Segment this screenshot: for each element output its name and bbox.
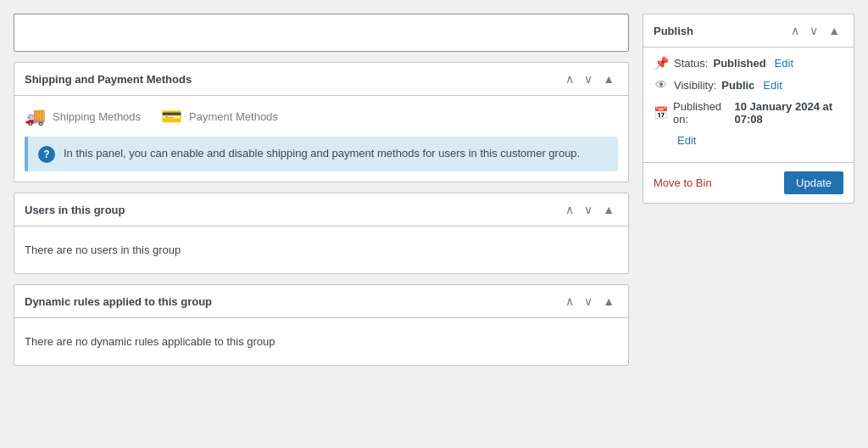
users-header: Users in this group ∧ ∨ ▲ — [14, 193, 628, 227]
publish-header: Publish ∧ ∨ ▲ — [643, 14, 854, 48]
shipping-payment-collapse-btn[interactable]: ▲ — [599, 71, 618, 87]
info-text: In this panel, you can enable and disabl… — [64, 145, 580, 162]
payment-methods-item[interactable]: 💳 Payment Methods — [161, 106, 278, 126]
published-edit-row: Edit — [674, 134, 843, 147]
visibility-edit-link[interactable]: Edit — [763, 79, 782, 92]
status-row: 📌 Status: Published Edit — [654, 56, 843, 70]
visibility-value: Public — [721, 79, 754, 92]
payment-methods-label: Payment Methods — [189, 110, 278, 123]
eye-icon: 👁 — [654, 78, 669, 92]
methods-grid: 🚚 Shipping Methods 💳 Payment Methods — [25, 106, 618, 126]
publish-title: Publish — [654, 25, 693, 37]
users-controls: ∧ ∨ ▲ — [562, 202, 618, 217]
shipping-payment-controls: ∧ ∨ ▲ — [562, 71, 618, 87]
dynamic-rules-panel: Dynamic rules applied to this group ∧ ∨ … — [14, 284, 629, 366]
dynamic-rules-header: Dynamic rules applied to this group ∧ ∨ … — [14, 285, 628, 318]
info-box: ? In this panel, you can enable and disa… — [25, 137, 618, 171]
post-title-input[interactable]: Dummy — [14, 14, 629, 52]
users-up-btn[interactable]: ∧ — [562, 202, 577, 217]
published-edit-link[interactable]: Edit — [677, 134, 696, 147]
shipping-methods-item[interactable]: 🚚 Shipping Methods — [25, 106, 141, 126]
publish-panel: Publish ∧ ∨ ▲ 📌 Status: Published Edit 👁 — [643, 14, 854, 204]
users-panel: Users in this group ∧ ∨ ▲ There are no u… — [14, 193, 629, 274]
visibility-row: 👁 Visibility: Public Edit — [654, 78, 843, 92]
shipping-payment-title: Shipping and Payment Methods — [25, 73, 192, 86]
shipping-payment-panel: Shipping and Payment Methods ∧ ∨ ▲ 🚚 Shi… — [14, 62, 629, 182]
published-label: Published on: — [673, 100, 729, 126]
status-label: Status: — [674, 57, 708, 70]
visibility-label: Visibility: — [674, 79, 716, 92]
update-button[interactable]: Update — [784, 171, 843, 194]
pin-icon: 📌 — [654, 56, 669, 70]
published-row: 📅 Published on: 10 January 2024 at 07:08 — [654, 100, 843, 126]
move-to-bin-link[interactable]: Move to Bin — [654, 176, 712, 189]
users-collapse-btn[interactable]: ▲ — [599, 202, 618, 217]
info-icon: ? — [38, 146, 55, 163]
dynamic-rules-down-btn[interactable]: ∨ — [581, 294, 596, 309]
users-empty-text: There are no users in this group — [25, 237, 618, 263]
users-body: There are no users in this group — [14, 227, 628, 273]
published-value: 10 January 2024 at 07:08 — [734, 100, 843, 126]
publish-body: 📌 Status: Published Edit 👁 Visibility: P… — [643, 48, 854, 155]
sidebar: Publish ∧ ∨ ▲ 📌 Status: Published Edit 👁 — [643, 14, 854, 434]
publish-down-btn[interactable]: ∨ — [806, 23, 821, 38]
shipping-payment-down-btn[interactable]: ∨ — [581, 71, 596, 87]
publish-footer: Move to Bin Update — [643, 162, 854, 203]
credit-card-icon: 💳 — [161, 106, 182, 126]
shipping-payment-up-btn[interactable]: ∧ — [562, 71, 577, 87]
shipping-payment-body: 🚚 Shipping Methods 💳 Payment Methods ? I… — [14, 96, 628, 182]
status-edit-link[interactable]: Edit — [775, 57, 793, 70]
shipping-methods-label: Shipping Methods — [53, 110, 141, 123]
dynamic-rules-up-btn[interactable]: ∧ — [562, 294, 577, 309]
shipping-payment-header: Shipping and Payment Methods ∧ ∨ ▲ — [14, 63, 628, 96]
status-value: Published — [713, 57, 765, 70]
dynamic-rules-title: Dynamic rules applied to this group — [25, 295, 212, 308]
publish-up-btn[interactable]: ∧ — [787, 23, 803, 38]
dynamic-rules-empty-text: There are no dynamic rules applicable to… — [25, 328, 618, 355]
users-title: Users in this group — [25, 204, 125, 216]
publish-collapse-btn[interactable]: ▲ — [825, 23, 843, 38]
truck-icon: 🚚 — [25, 106, 46, 126]
users-down-btn[interactable]: ∨ — [581, 202, 596, 217]
calendar-icon: 📅 — [654, 106, 668, 120]
publish-controls: ∧ ∨ ▲ — [787, 23, 843, 38]
dynamic-rules-controls: ∧ ∨ ▲ — [562, 294, 618, 309]
dynamic-rules-collapse-btn[interactable]: ▲ — [599, 294, 618, 309]
dynamic-rules-body: There are no dynamic rules applicable to… — [14, 318, 628, 365]
